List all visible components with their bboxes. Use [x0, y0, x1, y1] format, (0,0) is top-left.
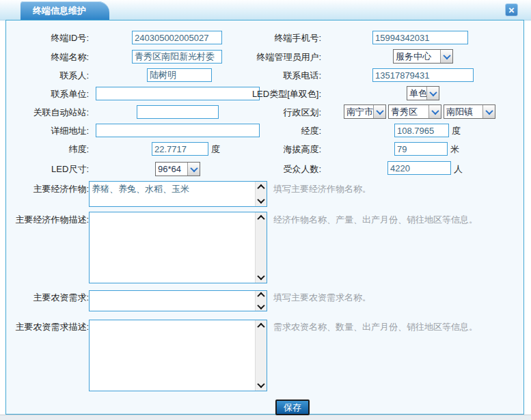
- latitude-unit: 度: [211, 144, 220, 155]
- chevron-down-icon: [440, 50, 452, 63]
- longitude-input[interactable]: [394, 124, 449, 137]
- terminal-name-label: 终端名称:: [4, 52, 89, 63]
- terminal-name-input[interactable]: [132, 50, 222, 64]
- chevron-up-icon: [257, 323, 264, 331]
- chevron-down-icon: [257, 196, 264, 204]
- agri-needs-desc-label: 主要农资需求描述:: [4, 322, 89, 333]
- dialog-title: 终端信息维护: [33, 5, 86, 16]
- main-crops-label: 主要经济作物:: [4, 184, 89, 195]
- terminal-id-input[interactable]: [132, 31, 222, 44]
- auto-station-input[interactable]: [137, 105, 219, 119]
- agri-needs-textarea[interactable]: [90, 291, 255, 311]
- close-icon: ×: [508, 4, 515, 16]
- chevron-down-icon: [428, 105, 441, 118]
- main-crops-hint: 填写主要经济作物名称。: [273, 184, 371, 195]
- latitude-label: 纬度:: [4, 144, 89, 155]
- textarea-scrollbar[interactable]: [255, 291, 267, 311]
- altitude-unit: 米: [450, 144, 459, 155]
- address-label: 详细地址:: [4, 126, 89, 137]
- region-town-select[interactable]: 南阳镇: [444, 104, 495, 119]
- contact-input[interactable]: [147, 68, 212, 82]
- main-crops-textarea-wrap: 养猪、养兔、水稻、玉米: [89, 181, 267, 207]
- terminal-phone-input[interactable]: [372, 31, 468, 44]
- agri-needs-desc-hint: 需求农资名称、数量、出产月份、销往地区等信息。: [273, 322, 478, 333]
- contact-unit-label: 联系单位:: [4, 89, 89, 100]
- terminal-id-label: 终端ID号:: [4, 33, 89, 44]
- contact-label: 联系人:: [4, 70, 89, 81]
- audience-unit: 人: [454, 164, 463, 175]
- agri-needs-textarea-wrap: [89, 290, 267, 311]
- textarea-scrollbar[interactable]: [255, 320, 267, 391]
- contact-phone-label: 联系电话:: [222, 70, 321, 81]
- latitude-input[interactable]: [152, 142, 208, 156]
- main-crops-desc-textarea[interactable]: [90, 212, 255, 283]
- chevron-up-icon: [257, 215, 264, 223]
- led-size-value: 96*64: [156, 163, 187, 176]
- region-city-value: 南宁市: [344, 105, 373, 118]
- main-crops-desc-textarea-wrap: [89, 212, 267, 283]
- region-district-select[interactable]: 青秀区: [388, 104, 441, 119]
- chevron-up-icon: [257, 184, 264, 192]
- audience-input[interactable]: [387, 161, 451, 175]
- main-crops-desc-hint: 经济作物名称、产量、出产月份、销往地区等信息。: [273, 214, 478, 225]
- region-city-select[interactable]: 南宁市: [344, 104, 386, 119]
- save-button[interactable]: 保存: [275, 400, 310, 415]
- terminal-phone-label: 终端手机号:: [222, 33, 321, 44]
- led-size-label: LED尺寸:: [4, 164, 89, 175]
- agri-needs-label: 主要农资需求:: [4, 292, 89, 303]
- region-town-value: 南阳镇: [444, 105, 482, 118]
- dialog-titlebar: 终端信息维护 ×: [0, 0, 531, 20]
- led-size-select[interactable]: 96*64: [155, 162, 200, 176]
- altitude-label: 海拔高度:: [222, 144, 321, 155]
- contact-phone-input[interactable]: [372, 68, 474, 82]
- chevron-up-icon: [257, 292, 264, 300]
- led-type-select[interactable]: 单色: [407, 86, 439, 100]
- admin-region-label: 行政区划:: [222, 107, 321, 118]
- admin-user-select[interactable]: 服务中心: [393, 49, 453, 64]
- close-button[interactable]: ×: [505, 3, 518, 16]
- audience-label: 受众人数:: [222, 164, 321, 175]
- textarea-scrollbar[interactable]: [255, 212, 267, 283]
- longitude-unit: 度: [452, 126, 461, 137]
- agri-needs-desc-textarea-wrap: [89, 320, 267, 391]
- textarea-scrollbar[interactable]: [255, 182, 267, 206]
- chevron-down-icon: [426, 87, 439, 100]
- dialog-bottom-edge: [0, 415, 531, 420]
- admin-user-value: 服务中心: [394, 50, 440, 63]
- dialog-title-tab: 终端信息维护: [21, 1, 109, 20]
- chevron-down-icon: [373, 105, 385, 118]
- chevron-down-icon: [187, 163, 200, 176]
- led-type-label: LED类型[单双色]:: [222, 89, 321, 100]
- terminal-info-dialog: 终端信息维护 × 终端ID号: 终端手机号: 终端名称: 终端管理员用户: 服务…: [0, 0, 531, 420]
- admin-user-label: 终端管理员用户:: [222, 52, 321, 63]
- region-district-value: 青秀区: [389, 105, 428, 118]
- chevron-down-icon: [257, 302, 264, 309]
- auto-station-label: 关联自动站站:: [4, 107, 89, 118]
- altitude-input[interactable]: [394, 142, 448, 156]
- main-crops-textarea[interactable]: 养猪、养兔、水稻、玉米: [90, 182, 255, 206]
- main-crops-desc-label: 主要经济作物描述:: [4, 214, 89, 225]
- chevron-down-icon: [257, 272, 264, 280]
- agri-needs-desc-textarea[interactable]: [90, 320, 255, 391]
- longitude-label: 经度:: [222, 126, 321, 137]
- chevron-down-icon: [482, 105, 495, 118]
- agri-needs-hint: 填写主要农资需求名称。: [273, 292, 371, 303]
- led-type-value: 单色: [407, 87, 426, 100]
- chevron-down-icon: [257, 380, 264, 388]
